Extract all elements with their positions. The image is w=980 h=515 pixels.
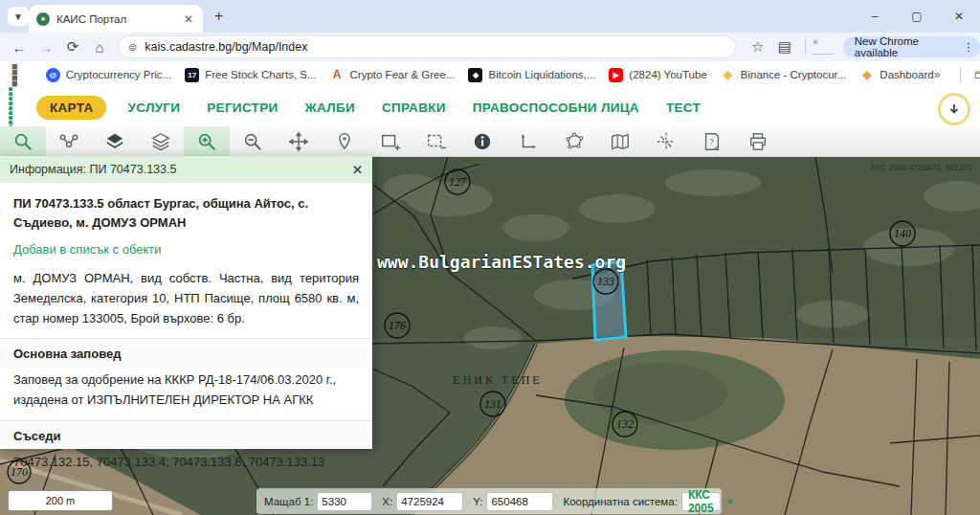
map-scale-bar: 200 m [8,490,113,511]
bookmark-item[interactable]: ◆ Dashboard [859,68,933,82]
tab-search-chevron-icon[interactable]: ▼ [8,7,29,26]
route-nodes-icon [58,131,79,152]
window-minimize-icon[interactable]: – [854,10,896,23]
main-order-text: Заповед за одобрение на КККР РД-18-174/0… [13,370,359,411]
layers-outline-icon [150,131,171,152]
bookmark-star-icon[interactable]: ☆ [745,38,771,56]
base-layers-button[interactable] [92,126,138,156]
window-maximize-icon[interactable]: ▢ [896,10,938,23]
map-toolbar: ? [0,126,980,157]
all-bookmarks-button[interactable]: 🗀 All Bookmarks [973,68,980,81]
zoom-in-tool-button[interactable] [184,126,230,156]
scale-input[interactable] [317,492,372,511]
pan-tool-button[interactable] [276,126,322,156]
search-icon [12,131,33,152]
nav-uslugi[interactable]: УСЛУГИ [127,101,180,115]
cryptocurrency-favicon-icon: @ [46,68,60,82]
nav-pravosposobni-litsa[interactable]: ПРАВОСПОСОБНИ ЛИЦА [473,101,639,115]
bookmark-item[interactable]: ◈ Binance - Cryptocur... [721,68,847,82]
polygon-area-icon [564,131,585,152]
locate-tool-button[interactable] [322,126,368,156]
layer-list-button[interactable] [138,126,184,156]
y-coordinate-input[interactable] [486,492,553,511]
browser-tab[interactable]: ● КАИС Портал ✕ [29,5,203,33]
bookmark-item[interactable]: 17 Free Stock Charts, S... [185,68,316,82]
info-tool-button[interactable] [459,126,505,156]
zoom-in-icon [196,131,217,152]
highlighted-parcel-133[interactable] [592,261,626,340]
folder-icon: 🗀 [973,68,980,81]
parcel-label-176: 176 [389,319,406,332]
map-status-bar: Мащаб 1: X: Y: Координатна система: ККС … [256,488,722,514]
y-label: Y: [473,496,482,507]
x-label: X: [382,496,392,507]
window-close-icon[interactable]: ✕ [938,10,980,23]
home-icon[interactable]: ⌂ [86,39,113,56]
download-button[interactable] [938,93,970,125]
parcel-label-127: 127 [449,175,467,189]
scale-label: Мащаб 1: [264,496,313,507]
parcel-label-133: 133 [597,275,614,288]
bookmark-item[interactable]: A Crypto Fear & Gree... [330,68,456,82]
neighbors-header: Съседи [0,420,372,449]
measure-area-tool-button[interactable] [551,126,597,156]
site-navigation: ● ● ●● ● ●● ● ● КАРТА УСЛУГИ РЕГИСТРИ ЖА… [0,88,980,126]
zoom-out-tool-button[interactable] [230,126,276,156]
locality-label: ЕНИК ТЕПЕ [453,373,542,387]
new-tab-icon[interactable]: + [214,8,223,25]
back-icon[interactable]: ← [6,39,33,56]
portal-grid-icon[interactable]: ● ● ●● ● ●● ● ● [8,86,25,129]
nav-test[interactable]: ТЕСТ [666,101,701,115]
info-panel-header: Информация: ПИ 70473.133.5 ✕ [0,156,372,183]
youtube-favicon-icon: ▶ [609,68,623,82]
main-order-header: Основна заповед [0,338,372,367]
neighbors-list: 70473.132.15, 70473.133.4, 70473.133.6, … [13,453,359,473]
parcel-title: ПИ 70473.133.5 област Бургас, община Айт… [13,194,359,233]
nav-spravki[interactable]: СПРАВКИ [382,101,446,115]
fear-greed-favicon-icon: A [330,68,345,82]
parcel-label-131: 131 [484,397,501,411]
map-sheets-tool-button[interactable] [597,126,643,156]
info-panel-title: Информация: ПИ 70473.133.5 [10,163,352,176]
site-settings-icon[interactable]: ⊜ [128,41,137,54]
measure-distance-tool-button[interactable] [505,126,551,156]
select-remove-tool-button[interactable] [413,126,459,156]
crs-value: ККС 2005 [688,488,714,515]
tab-close-icon[interactable]: ✕ [182,12,195,26]
panel-close-icon[interactable]: ✕ [352,163,363,177]
bookmarks-overflow-icon[interactable]: » [934,68,941,81]
bookmark-item[interactable]: ▶ (2824) YouTube [609,68,706,82]
snap-tool-button[interactable] [643,126,689,156]
parcel-description: м. ДОМУЗ ОРМАН, вид собств. Частна, вид … [13,268,359,328]
side-panel-icon[interactable]: ▤ [771,38,798,56]
help-document-tool-button[interactable]: ? [689,126,735,156]
nav-registri[interactable]: РЕГИСТРИ [207,101,278,115]
reload-icon[interactable]: ⟳ [59,38,86,56]
bookmark-item[interactable]: ◆ Bitcoin Liquidations,... [468,68,595,82]
bookmarks-right-divider [960,67,961,82]
map-corner-coordinates: ККС 2005 4725876, 651375 [871,163,972,172]
x-coordinate-input[interactable] [396,492,463,511]
search-tool-button[interactable] [0,126,46,156]
menu-dots-icon[interactable]: ⋮ [964,40,975,54]
update-chrome-label: New Chrome available [855,35,958,58]
crs-select[interactable]: ККС 2005 [681,492,721,511]
extension-icon[interactable]: ●—— [813,35,835,58]
crs-chevron-down-icon[interactable]: ▼ [726,497,735,506]
select-add-tool-button[interactable] [368,126,413,156]
route-tool-button[interactable] [46,126,92,156]
site-favicon-icon: ● [36,12,50,26]
bookmark-item[interactable]: @ Cryptocurrency Pric... [46,68,172,82]
layers-filled-icon [104,131,125,152]
add-to-list-link[interactable]: Добави в списък с обекти [13,242,359,257]
update-chrome-button[interactable]: New Chrome available ⋮ [843,36,980,57]
nav-zhalbi[interactable]: ЖАЛБИ [304,101,355,115]
print-tool-button[interactable] [735,126,781,156]
folded-map-icon [610,131,631,152]
address-bar[interactable]: ⊜ kais.cadastre.bg/bg/Map/Index [119,36,735,57]
bookmarks-bar: ■ ■■ ■ @ Cryptocurrency Pric... 17 Free … [0,61,980,89]
nav-karta[interactable]: КАРТА [36,96,106,120]
forward-icon[interactable]: → [33,39,59,56]
crs-label: Координатна система: [563,496,677,507]
url-text: kais.cadastre.bg/bg/Map/Index [145,40,307,54]
